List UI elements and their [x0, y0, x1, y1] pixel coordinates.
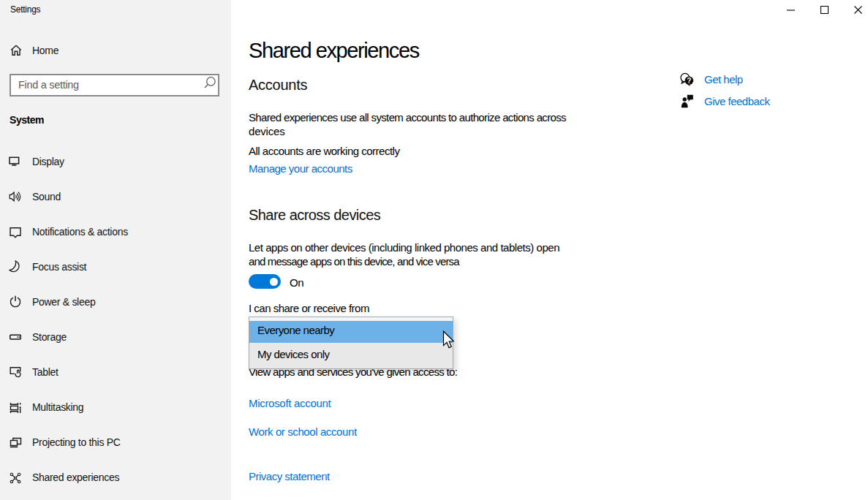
- svg-text:?: ?: [687, 77, 691, 85]
